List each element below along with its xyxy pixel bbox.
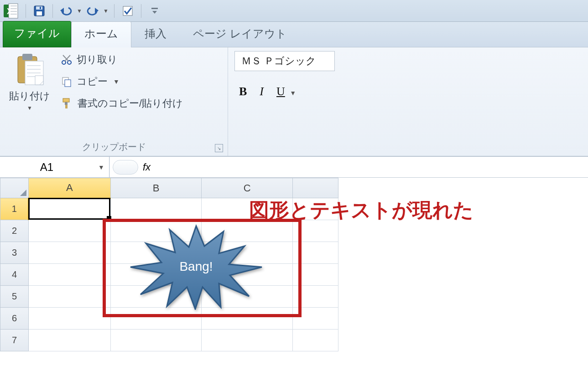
cell-A2[interactable] (28, 220, 110, 242)
row-header-5[interactable]: 5 (0, 286, 29, 308)
format-painter-label: 書式のコピー/貼り付け (78, 97, 183, 110)
qat-customize-icon[interactable] (147, 3, 162, 19)
underline-button[interactable]: U (276, 85, 285, 98)
tab-insert[interactable]: 挿入 (131, 21, 180, 47)
cell-B1[interactable] (110, 198, 202, 220)
cell-D6[interactable] (293, 308, 338, 330)
bold-button[interactable]: B (239, 85, 247, 98)
svg-rect-9 (36, 11, 42, 15)
formula-bar-row: A1 ▼ fx (0, 157, 588, 178)
svg-rect-12 (151, 8, 158, 9)
row-header-2[interactable]: 2 (0, 220, 29, 242)
explosion-shape[interactable]: Bang! (128, 223, 265, 310)
tab-file[interactable]: ファイル (3, 21, 71, 47)
svg-rect-24 (63, 98, 69, 102)
ribbon-tabs: ファイル ホーム 挿入 ページ レイアウト (0, 22, 588, 47)
name-box-dropdown-icon[interactable]: ▼ (94, 164, 109, 171)
copy-icon (61, 76, 72, 87)
italic-button[interactable]: I (260, 85, 264, 98)
cut-label: 切り取り (77, 53, 118, 67)
svg-rect-8 (36, 6, 42, 10)
tab-file-label: ファイル (14, 27, 60, 39)
tab-home-label: ホーム (84, 27, 118, 40)
svg-rect-23 (65, 80, 71, 87)
shape-text: Bang! (179, 259, 213, 274)
svg-rect-25 (65, 102, 68, 105)
excel-app-icon: X (2, 3, 20, 19)
font-name-value: ＭＳ Ｐゴシック (241, 55, 316, 67)
cell-A6[interactable] (28, 308, 110, 330)
clipboard-dialog-launcher-icon[interactable]: ↘ (215, 144, 223, 152)
tab-home[interactable]: ホーム (71, 21, 131, 47)
copy-dropdown-icon[interactable]: ▼ (113, 78, 120, 85)
fx-icon[interactable]: fx (143, 161, 151, 173)
cut-button[interactable]: 切り取り (61, 53, 183, 67)
cell-D7[interactable] (293, 330, 338, 351)
formula-bar-input[interactable] (157, 157, 588, 177)
cell-A3[interactable] (28, 242, 110, 264)
ribbon-body: 貼り付け ▼ 切り取り コピー ▼ 書式のコピー/貼り付け (0, 47, 588, 157)
tab-page-layout[interactable]: ページ レイアウト (180, 21, 300, 47)
cell-A7[interactable] (28, 330, 110, 351)
row-header-3[interactable]: 3 (0, 242, 29, 264)
cell-C7[interactable] (202, 330, 293, 351)
paste-button[interactable]: 貼り付け ▼ (6, 51, 53, 113)
paste-dropdown-icon[interactable]: ▼ (27, 105, 32, 111)
redo-button[interactable] (85, 3, 100, 19)
undo-dropdown-icon[interactable]: ▼ (77, 8, 82, 14)
font-name-combo[interactable]: ＭＳ Ｐゴシック (234, 51, 335, 71)
group-font: ＭＳ Ｐゴシック B I U ▼ (228, 47, 340, 156)
cell-D4[interactable] (293, 264, 338, 286)
column-header-A[interactable]: A (28, 178, 110, 198)
column-header-B[interactable]: B (110, 178, 202, 198)
redo-dropdown-icon[interactable]: ▼ (103, 8, 109, 14)
format-painter-button[interactable]: 書式のコピー/貼り付け (61, 97, 183, 110)
clipboard-paste-icon (15, 53, 44, 88)
save-button[interactable] (31, 3, 47, 19)
group-clipboard: 貼り付け ▼ 切り取り コピー ▼ 書式のコピー/貼り付け (0, 47, 228, 156)
paste-label: 貼り付け (9, 89, 50, 103)
underline-dropdown-icon[interactable]: ▼ (290, 89, 296, 97)
row-header-6[interactable]: 6 (0, 308, 29, 330)
scissors-icon (61, 54, 72, 65)
svg-rect-10 (40, 7, 41, 9)
cell-B7[interactable] (110, 330, 202, 351)
cell-A4[interactable] (28, 264, 110, 286)
name-box[interactable]: A1 ▼ (0, 157, 109, 177)
column-header-C[interactable]: C (202, 178, 293, 198)
cell-A5[interactable] (28, 286, 110, 308)
cell-B6[interactable] (110, 308, 202, 330)
svg-rect-14 (22, 54, 32, 60)
column-header-overflow[interactable] (293, 178, 338, 198)
name-box-value: A1 (0, 161, 94, 174)
tab-insert-label: 挿入 (145, 27, 167, 40)
cancel-enter-area (113, 160, 138, 175)
cell-D3[interactable] (293, 242, 338, 264)
cell-D5[interactable] (293, 286, 338, 308)
copy-label: コピー (77, 75, 108, 88)
quick-access-toolbar: X ▼ ▼ (0, 0, 588, 22)
undo-button[interactable] (58, 3, 74, 19)
paintbrush-icon (61, 98, 73, 109)
select-all-button[interactable] (0, 178, 29, 198)
cell-C6[interactable] (202, 308, 293, 330)
copy-button[interactable]: コピー ▼ (61, 75, 183, 88)
tab-pagelayout-label: ページ レイアウト (193, 27, 287, 40)
row-header-7[interactable]: 7 (0, 330, 29, 351)
row-header-1[interactable]: 1 (0, 198, 29, 220)
clipboard-group-label: クリップボード (82, 141, 146, 153)
cell-A1[interactable] (28, 198, 110, 220)
annotation-text: 図形とテキストが現れた (249, 197, 474, 224)
row-header-4[interactable]: 4 (0, 264, 29, 286)
qat-checkbox-icon[interactable] (120, 3, 135, 19)
